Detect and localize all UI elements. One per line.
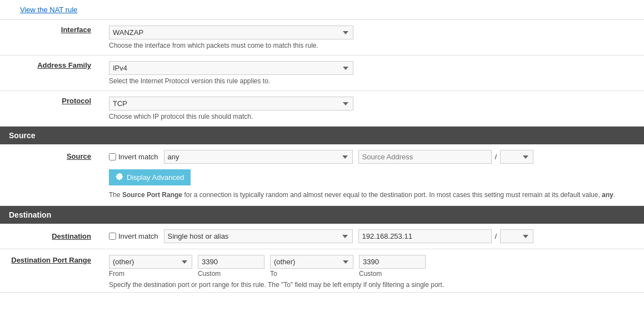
source-note: The Source Port Range for a connection i… (109, 190, 635, 200)
destination-invert-label: Invert match (118, 232, 158, 240)
port-from-select[interactable]: (other) any HTTP HTTPS (109, 255, 192, 269)
address-family-label: Address Family (37, 61, 91, 69)
interface-row: Interface WANZAP Choose the interface fr… (0, 20, 644, 56)
destination-row: Destination Invert match Single host or … (0, 224, 644, 249)
destination-address-input[interactable] (358, 229, 492, 243)
destination-type-select[interactable]: Single host or alias any Network (164, 229, 353, 243)
source-note-bold1: Source Port Range (122, 191, 182, 199)
protocol-select[interactable]: TCP (109, 97, 353, 110)
protocol-help: Choose which IP protocol this rule shoul… (109, 113, 635, 120)
port-to-label: To (270, 270, 353, 278)
port-from-custom-label: Custom (198, 270, 264, 278)
display-advanced-button[interactable]: Display Advanced (109, 169, 191, 185)
destination-slash: / (493, 232, 500, 240)
destination-port-range-label: Destination Port Range (11, 256, 91, 264)
port-from-label: From (109, 270, 192, 278)
destination-invert-checkbox[interactable] (109, 233, 116, 240)
port-to-custom-label: Custom (359, 270, 426, 278)
address-family-help: Select the Internet Protocol version thi… (109, 77, 635, 85)
port-to-select[interactable]: (other) any HTTP HTTPS (270, 255, 353, 269)
destination-port-range-row: Destination Port Range (other) any HTTP … (0, 249, 644, 293)
destination-mask-select[interactable] (500, 229, 533, 243)
source-note-bold2: any (602, 191, 613, 199)
display-advanced-label: Display Advanced (127, 173, 184, 182)
source-type-select[interactable]: any Single host or alias Network (164, 150, 353, 164)
destination-port-help: Specify the destination port or port ran… (109, 281, 635, 289)
interface-label: Interface (61, 26, 91, 34)
address-family-row: Address Family IPv4 Select the Internet … (0, 56, 644, 91)
source-slash: / (493, 153, 500, 161)
gear-icon (116, 173, 123, 182)
source-label: Source (67, 152, 91, 160)
source-row: Source Invert match any Single host or a… (0, 144, 644, 206)
source-invert-label: Invert match (118, 153, 158, 161)
port-to-input[interactable] (359, 255, 426, 269)
protocol-row: Protocol TCP Choose which IP protocol th… (0, 91, 644, 127)
nat-rule-link[interactable]: View the NAT rule (9, 2, 635, 17)
source-mask-select[interactable] (500, 150, 533, 164)
interface-select[interactable]: WANZAP (109, 26, 353, 39)
source-section-header: Source (0, 127, 644, 144)
address-family-select[interactable]: IPv4 (109, 61, 353, 75)
source-address-input[interactable] (358, 150, 492, 164)
port-from-input[interactable] (198, 255, 264, 269)
interface-help: Choose the interface from which packets … (109, 42, 635, 49)
destination-section-header: Destination (0, 206, 644, 224)
protocol-label: Protocol (62, 97, 91, 105)
destination-label: Destination (52, 232, 91, 240)
source-invert-checkbox[interactable] (109, 153, 116, 160)
